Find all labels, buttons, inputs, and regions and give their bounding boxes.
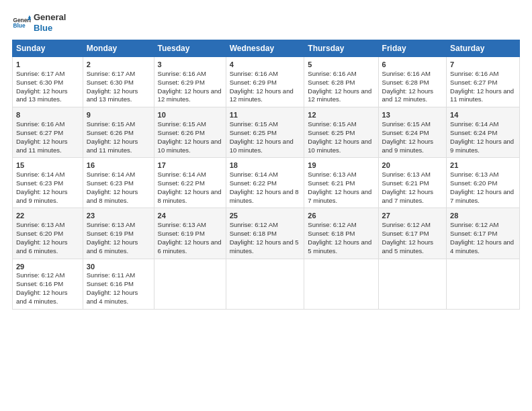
header-tuesday: Tuesday — [154, 40, 226, 57]
calendar-cell: 21Sunrise: 6:13 AMSunset: 6:20 PMDayligh… — [447, 158, 520, 208]
sunset-text: Sunset: 6:26 PM — [87, 129, 134, 136]
calendar-cell: 25Sunrise: 6:12 AMSunset: 6:18 PMDayligh… — [226, 208, 304, 259]
sunset-text: Sunset: 6:19 PM — [87, 230, 134, 237]
calendar-cell: 29Sunrise: 6:12 AMSunset: 6:16 PMDayligh… — [13, 259, 83, 309]
calendar-cell: 15Sunrise: 6:14 AMSunset: 6:23 PMDayligh… — [13, 158, 83, 208]
day-number: 28 — [450, 211, 516, 221]
week-row-4: 22Sunrise: 6:13 AMSunset: 6:20 PMDayligh… — [13, 208, 520, 259]
daylight-text: Daylight: 12 hours and 8 minutes. — [230, 188, 299, 204]
day-number: 10 — [158, 110, 222, 120]
day-number: 15 — [16, 161, 79, 171]
daylight-text: Daylight: 12 hours and 7 minutes. — [308, 188, 371, 204]
calendar-cell: 16Sunrise: 6:14 AMSunset: 6:23 PMDayligh… — [83, 158, 154, 208]
day-number: 13 — [382, 110, 443, 120]
daylight-text: Daylight: 12 hours and 7 minutes. — [450, 188, 514, 204]
day-number: 3 — [158, 60, 222, 70]
calendar-cell — [378, 259, 447, 309]
sunset-text: Sunset: 6:24 PM — [382, 129, 429, 136]
calendar-cell: 4Sunrise: 6:16 AMSunset: 6:29 PMDaylight… — [226, 57, 304, 107]
calendar-cell: 10Sunrise: 6:15 AMSunset: 6:26 PMDayligh… — [154, 107, 226, 158]
daylight-text: Daylight: 12 hours and 4 minutes. — [16, 289, 68, 305]
calendar-cell: 11Sunrise: 6:15 AMSunset: 6:25 PMDayligh… — [226, 107, 304, 158]
sunset-text: Sunset: 6:19 PM — [158, 230, 205, 237]
daylight-text: Daylight: 12 hours and 10 minutes. — [158, 138, 222, 154]
day-number: 24 — [158, 211, 222, 221]
calendar-cell: 24Sunrise: 6:13 AMSunset: 6:19 PMDayligh… — [154, 208, 226, 259]
calendar-cell: 2Sunrise: 6:17 AMSunset: 6:30 PMDaylight… — [83, 57, 154, 107]
sunrise-text: Sunrise: 6:13 AM — [308, 171, 356, 178]
calendar-cell: 1Sunrise: 6:17 AMSunset: 6:30 PMDaylight… — [13, 57, 83, 107]
calendar-cell: 8Sunrise: 6:16 AMSunset: 6:27 PMDaylight… — [13, 107, 83, 158]
sunset-text: Sunset: 6:20 PM — [16, 230, 63, 237]
week-row-5: 29Sunrise: 6:12 AMSunset: 6:16 PMDayligh… — [13, 259, 520, 309]
header-monday: Monday — [83, 40, 154, 57]
sunrise-text: Sunrise: 6:14 AM — [158, 171, 206, 178]
daylight-text: Daylight: 12 hours and 11 minutes. — [16, 138, 68, 154]
sunset-text: Sunset: 6:24 PM — [450, 129, 497, 136]
day-number: 25 — [230, 211, 301, 221]
header-wednesday: Wednesday — [226, 40, 304, 57]
daylight-text: Daylight: 12 hours and 9 minutes. — [382, 138, 434, 154]
sunrise-text: Sunrise: 6:15 AM — [87, 120, 135, 128]
sunrise-text: Sunrise: 6:16 AM — [158, 70, 206, 77]
day-number: 23 — [87, 211, 150, 221]
calendar-cell: 3Sunrise: 6:16 AMSunset: 6:29 PMDaylight… — [154, 57, 226, 107]
calendar-cell — [304, 259, 378, 309]
sunrise-text: Sunrise: 6:16 AM — [308, 70, 356, 77]
sunset-text: Sunset: 6:22 PM — [158, 179, 205, 187]
sunrise-text: Sunrise: 6:14 AM — [16, 171, 64, 178]
sunrise-text: Sunrise: 6:12 AM — [308, 221, 356, 228]
day-number: 5 — [308, 60, 374, 70]
sunrise-text: Sunrise: 6:16 AM — [16, 120, 64, 128]
sunset-text: Sunset: 6:30 PM — [16, 79, 63, 86]
calendar-cell: 27Sunrise: 6:12 AMSunset: 6:17 PMDayligh… — [378, 208, 447, 259]
sunrise-text: Sunrise: 6:16 AM — [382, 70, 431, 77]
week-row-2: 8Sunrise: 6:16 AMSunset: 6:27 PMDaylight… — [13, 107, 520, 158]
daylight-text: Daylight: 12 hours and 12 minutes. — [308, 87, 371, 103]
sunset-text: Sunset: 6:16 PM — [87, 280, 134, 287]
sunset-text: Sunset: 6:17 PM — [382, 230, 429, 237]
sunset-text: Sunset: 6:21 PM — [308, 179, 355, 187]
calendar-cell: 5Sunrise: 6:16 AMSunset: 6:28 PMDaylight… — [304, 57, 378, 107]
sunset-text: Sunset: 6:29 PM — [230, 79, 277, 86]
daylight-text: Daylight: 12 hours and 11 minutes. — [87, 138, 138, 154]
sunrise-text: Sunrise: 6:15 AM — [230, 120, 278, 128]
sunrise-text: Sunrise: 6:15 AM — [308, 120, 356, 128]
calendar-header-row: SundayMondayTuesdayWednesdayThursdayFrid… — [13, 40, 520, 57]
day-number: 17 — [158, 161, 222, 171]
sunset-text: Sunset: 6:21 PM — [382, 179, 429, 187]
day-number: 2 — [87, 60, 150, 70]
sunset-text: Sunset: 6:20 PM — [450, 179, 497, 187]
sunrise-text: Sunrise: 6:15 AM — [382, 120, 431, 128]
daylight-text: Daylight: 12 hours and 12 minutes. — [382, 87, 434, 103]
sunset-text: Sunset: 6:16 PM — [16, 280, 63, 287]
sunrise-text: Sunrise: 6:12 AM — [450, 221, 498, 228]
day-number: 16 — [87, 161, 150, 171]
daylight-text: Daylight: 12 hours and 6 minutes. — [16, 238, 68, 255]
sunrise-text: Sunrise: 6:15 AM — [158, 120, 206, 128]
calendar-cell: 18Sunrise: 6:14 AMSunset: 6:22 PMDayligh… — [226, 158, 304, 208]
day-number: 30 — [87, 262, 150, 272]
sunset-text: Sunset: 6:29 PM — [158, 79, 205, 86]
week-row-1: 1Sunrise: 6:17 AMSunset: 6:30 PMDaylight… — [13, 57, 520, 107]
sunrise-text: Sunrise: 6:12 AM — [382, 221, 431, 228]
daylight-text: Daylight: 12 hours and 5 minutes. — [308, 238, 371, 255]
day-number: 8 — [16, 110, 79, 120]
daylight-text: Daylight: 12 hours and 13 minutes. — [87, 87, 138, 103]
day-number: 26 — [308, 211, 374, 221]
daylight-text: Daylight: 12 hours and 8 minutes. — [87, 188, 138, 204]
sunset-text: Sunset: 6:30 PM — [87, 79, 134, 86]
sunset-text: Sunset: 6:26 PM — [158, 129, 205, 136]
sunset-text: Sunset: 6:27 PM — [450, 79, 497, 86]
sunrise-text: Sunrise: 6:16 AM — [450, 70, 498, 77]
daylight-text: Daylight: 12 hours and 12 minutes. — [158, 87, 222, 103]
day-number: 29 — [16, 262, 79, 272]
logo: General Blue General Blue — [12, 12, 66, 33]
daylight-text: Daylight: 12 hours and 13 minutes. — [16, 87, 68, 103]
daylight-text: Daylight: 12 hours and 10 minutes. — [230, 138, 294, 154]
day-number: 6 — [382, 60, 443, 70]
day-number: 1 — [16, 60, 79, 70]
calendar-cell: 6Sunrise: 6:16 AMSunset: 6:28 PMDaylight… — [378, 57, 447, 107]
sunset-text: Sunset: 6:28 PM — [308, 79, 355, 86]
sunrise-text: Sunrise: 6:11 AM — [87, 271, 135, 279]
